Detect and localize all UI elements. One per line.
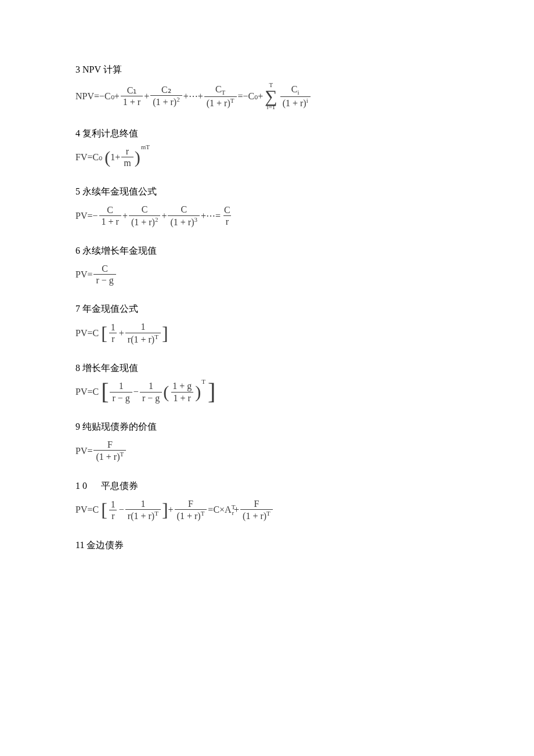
annuity-factor: ATr [225,503,234,517]
eq-sign: = [87,152,92,163]
summation: T ∑ i=1 [265,82,277,110]
frac-2: C (1 + r)2 [129,204,161,228]
plus-sign: + [234,505,239,515]
frac-f: F (1 + r)T [93,439,126,463]
section-8: 8 增长年金现值 PV = C [ 1 r − g − 1 r − g ( [75,362,459,404]
frac-c1: C₁ 1 + r [121,85,143,107]
num: C [139,204,150,215]
eq-sign: = [87,328,92,339]
frac-ct: CT (1 + r)T [204,84,237,109]
den: r(1 + r)T [125,333,161,345]
neg-sign: − [243,91,248,102]
term-c0: C₀ [248,91,258,102]
den: (1 + r)i [280,96,311,109]
eq-sign: = [238,91,243,102]
label-npv: NPV [75,91,94,102]
left-bracket: [ [101,324,107,343]
den: 1 + r [99,215,121,227]
eq-sign: = [215,211,221,221]
den: (1 + r)T [204,96,237,109]
heading-6: 6 永续增长年金现值 [75,245,459,257]
frac-1rrt: 1 r(1 + r)T [125,498,161,522]
num: 1 [109,499,118,510]
den: r(1 + r)T [125,509,161,522]
label-pv: PV [75,446,87,456]
frac-1: 1 r − g [110,380,132,403]
bracket-group: [ 1 r − g − 1 r − g ( 1 + g 1 + r [101,380,215,404]
formula-fv: FV = C₀ ( 1 + r m ) mT [75,146,459,168]
frac-2: 1 r − g [140,380,162,403]
formula-perpetuity: PV = − C 1 + r + C (1 + r)2 + C (1 + r)3… [75,204,459,228]
den: (1 + r)T [175,509,207,522]
num: CT [213,84,228,96]
heading-5: 5 永续年金现值公式 [75,186,459,198]
dots: ⋯ [206,210,215,221]
num: C [99,263,110,274]
num: 1 [146,380,156,391]
den: (1 + r)T [240,509,273,522]
left-bracket: [ [101,380,109,404]
right-bracket: ] [208,380,215,404]
frac-result: C r [222,204,233,227]
label-fv: FV [75,152,87,163]
heading-10: 1 0 平息债券 [75,480,459,492]
right-paren: ) [135,149,140,166]
right-bracket: ] [162,501,168,519]
formula-growing-perp: PV = C r − g [75,263,459,286]
exponent-mt: mT [141,143,150,150]
document-page: 3 NPV 计算 NPV = − C₀ + C₁ 1 + r + C₂ (1 +… [0,0,534,604]
bracket-group: [ 1 r + 1 r(1 + r)T ] [101,321,168,345]
heading-7: 7 年金现值公式 [75,303,459,315]
coef-c: C [92,505,99,515]
left-paren: ( [104,149,110,166]
num: C [222,204,233,215]
num: 1 [138,498,147,509]
frac-1r: 1 r [109,322,118,344]
sum-lower: i=1 [267,104,276,110]
sigma-symbol: ∑ [265,88,277,104]
right-paren: ) [195,383,201,401]
one: 1 [110,152,115,163]
num: Ci [289,84,302,96]
num: 1 [109,322,118,333]
formula-level-coupon: PV = C [ 1 r − 1 r(1 + r)T ] + F (1 + [75,498,459,522]
paren-power: ( 1 + g 1 + r ) T [163,380,205,403]
frac-c2: C₂ (1 + r)2 [150,84,182,108]
den: 1 + r [121,96,143,107]
den: r − g [140,392,162,404]
plus-sign: + [258,91,263,102]
frac-1r: 1 r [109,499,118,521]
formula-zero-coupon: PV = F (1 + r)T [75,439,459,463]
den: r − g [110,392,132,404]
den: (1 + r)2 [150,95,182,108]
num: C₂ [159,84,174,95]
plus-sign: + [114,91,120,102]
num: 1 + g [170,380,194,391]
num: C [104,204,116,215]
num: F [186,498,196,509]
coef-c: C [92,328,99,339]
bracket-group: [ 1 r − 1 r(1 + r)T ] [101,498,168,522]
den: r − g [93,274,116,286]
num: F [105,439,115,450]
minus-sign: − [119,505,124,515]
section-10: 1 0 平息债券 PV = C [ 1 r − 1 r(1 + r)T ] + [75,480,459,522]
frac-f2: F (1 + r)T [240,498,273,522]
label-pv: PV [75,269,87,280]
label-pv: PV [75,211,87,221]
term-c0: C₀ [92,152,102,163]
eq-sign: = [94,91,99,102]
plus-sign: + [168,505,174,515]
den: (1 + r)3 [168,215,200,228]
den: 1 + r [171,392,193,404]
plus-sign: + [119,328,124,339]
heading-11: 11 金边债券 [75,539,459,552]
section-9: 9 纯贴现债券的价值 PV = F (1 + r)T [75,421,459,463]
plus-sign: + [161,211,167,221]
section-3: 3 NPV 计算 NPV = − C₀ + C₁ 1 + r + C₂ (1 +… [75,64,459,110]
frac-1: C 1 + r [99,204,121,227]
coef-c: C [92,387,99,397]
section-11: 11 金边债券 [75,539,459,552]
eq-sign: = [87,387,92,397]
plus-sign: + [198,91,203,102]
